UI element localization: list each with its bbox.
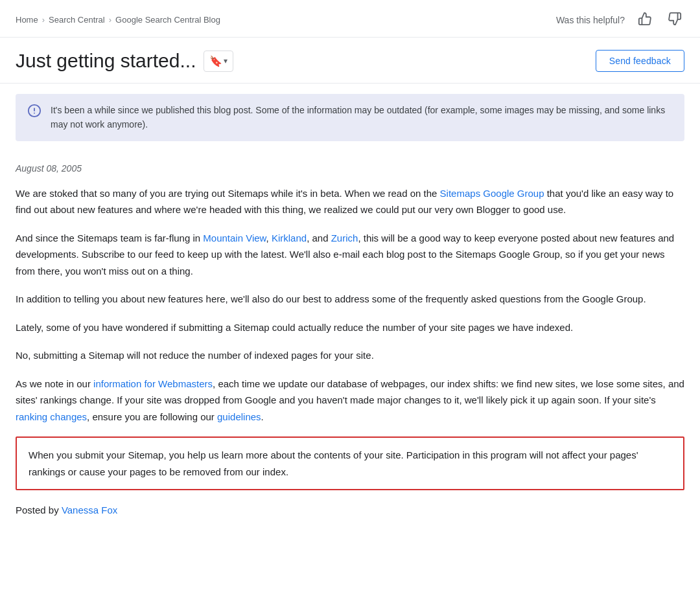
page-title-group: Just getting started... 🔖 ▾ — [16, 49, 233, 73]
post-body: We are stoked that so many of you are tr… — [16, 185, 684, 519]
top-bar: Home › Search Central › Google Search Ce… — [0, 0, 700, 38]
posted-by-label: Posted by — [16, 504, 62, 516]
top-right: Was this helpful? — [556, 9, 684, 30]
lightbulb-icon — [27, 104, 41, 121]
p3-text: In addition to telling you about new fea… — [16, 293, 646, 304]
ranking-changes-link[interactable]: ranking changes — [16, 411, 87, 422]
info-banner: It's been a while since we published thi… — [16, 94, 684, 141]
content-area: August 08, 2005 We are stoked that so ma… — [0, 152, 700, 551]
breadcrumb-blog[interactable]: Google Search Central Blog — [115, 15, 220, 25]
paragraph-1: We are stoked that so many of you are tr… — [16, 185, 684, 218]
paragraph-2: And since the Sitemaps team is far-flung… — [16, 230, 684, 280]
p2-mid1: , — [266, 232, 272, 244]
p6-end: . — [261, 411, 264, 422]
highlighted-text: When you submit your Sitemap, you help u… — [29, 447, 671, 480]
info-for-webmasters-link[interactable]: information for Webmasters — [93, 378, 213, 389]
paragraph-4: Lately, some of you have wondered if sub… — [16, 319, 684, 336]
zurich-link[interactable]: Zurich — [331, 232, 358, 244]
p1-before: We are stoked that so many of you are tr… — [16, 188, 440, 199]
p5-text: No, submitting a Sitemap will not reduce… — [16, 350, 374, 361]
breadcrumb: Home › Search Central › Google Search Ce… — [16, 15, 220, 25]
kirkland-link[interactable]: Kirkland — [272, 232, 307, 244]
page-title: Just getting started... — [16, 49, 196, 73]
p4-text: Lately, some of you have wondered if sub… — [16, 322, 573, 333]
sitemaps-google-group-link[interactable]: Sitemaps Google Group — [440, 188, 544, 199]
breadcrumb-search-central[interactable]: Search Central — [49, 15, 105, 25]
helpful-label: Was this helpful? — [556, 15, 625, 25]
author-link[interactable]: Vanessa Fox — [62, 504, 117, 516]
paragraph-5: No, submitting a Sitemap will not reduce… — [16, 347, 684, 364]
paragraph-6: As we note in our information for Webmas… — [16, 376, 684, 425]
paragraph-3: In addition to telling you about new fea… — [16, 291, 684, 308]
bookmark-button[interactable]: 🔖 ▾ — [204, 51, 233, 72]
thumbs-up-button[interactable] — [635, 9, 655, 30]
mountain-view-link[interactable]: Mountain View — [203, 232, 266, 244]
dropdown-arrow-icon: ▾ — [224, 56, 228, 65]
breadcrumb-sep-2: › — [109, 15, 111, 25]
thumbs-down-icon — [668, 12, 682, 26]
breadcrumb-home[interactable]: Home — [16, 15, 38, 25]
breadcrumb-sep-1: › — [42, 15, 45, 25]
post-date: August 08, 2005 — [16, 163, 684, 174]
post-footer: Posted by Vanessa Fox — [16, 502, 684, 519]
thumbs-up-icon — [638, 12, 652, 26]
p6-after2: , ensure you are following our — [87, 411, 217, 422]
info-banner-text: It's been a while since we published thi… — [51, 103, 673, 132]
page-header: Just getting started... 🔖 ▾ Send feedbac… — [0, 38, 700, 84]
p6-before: As we note in our — [16, 378, 93, 389]
highlighted-box: When you submit your Sitemap, you help u… — [16, 436, 684, 490]
p2-before: And since the Sitemaps team is far-flung… — [16, 232, 203, 244]
send-feedback-button[interactable]: Send feedback — [596, 50, 684, 72]
thumbs-down-button[interactable] — [665, 9, 684, 30]
p2-mid2: , and — [307, 232, 331, 244]
guidelines-link[interactable]: guidelines — [217, 411, 261, 422]
bookmark-icon: 🔖 — [209, 55, 222, 67]
